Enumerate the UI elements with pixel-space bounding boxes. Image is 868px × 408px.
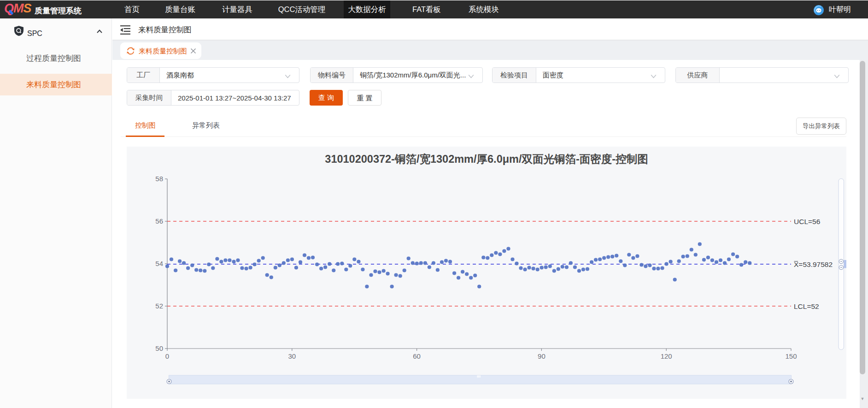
svg-text:60: 60 (413, 352, 421, 360)
svg-text:54: 54 (155, 260, 163, 267)
svg-text:58: 58 (155, 175, 163, 183)
svg-text:UCL=56: UCL=56 (794, 217, 820, 225)
svg-text:X=53.97582: X=53.97582 (794, 260, 833, 268)
svg-text:30: 30 (288, 352, 296, 360)
svg-text:150: 150 (785, 352, 797, 360)
svg-text:50: 50 (155, 344, 163, 352)
svg-text:56: 56 (155, 217, 163, 225)
svg-text:31010200372-铜箔/宽1302mm/厚6.0μm/: 31010200372-铜箔/宽1302mm/厚6.0μm/双面光铜箔-面密度-… (325, 153, 648, 165)
svg-text:120: 120 (660, 352, 672, 360)
svg-text:LCL=52: LCL=52 (794, 302, 819, 310)
svg-text:52: 52 (155, 302, 163, 310)
svg-text:90: 90 (538, 352, 545, 360)
svg-text:0: 0 (165, 352, 169, 360)
